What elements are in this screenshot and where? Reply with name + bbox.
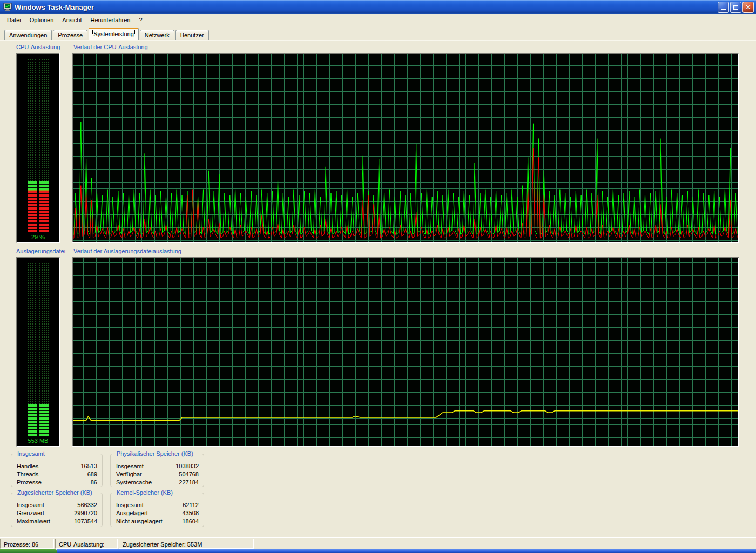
cpu-led-column: [39, 58, 49, 232]
pagefile-gauge-label: Auslagerungsdatei: [16, 248, 65, 254]
status-bar: Prozesse: 86 CPU-Auslastung: 29% Zugesic…: [0, 537, 756, 549]
stat-value: 2990720: [74, 509, 97, 517]
stat-row: Handles16513: [17, 462, 97, 470]
physical-memory-groupbox: Physikalischer Speicher (KB) Insgesamt10…: [110, 454, 204, 487]
pagefile-lit-segment: [28, 404, 37, 436]
stat-label: Maximalwert: [17, 517, 50, 525]
close-icon: ✕: [745, 4, 751, 11]
menu-bar: DateiOptionenAnsichtHerunterfahren?: [0, 14, 756, 26]
kernel-memory-title: Kernel-Speicher (KB): [115, 489, 174, 496]
tab-page-border: [0, 40, 756, 41]
pagefile-history-graph: [72, 257, 739, 447]
cpu-kernel-lit-segment: [28, 190, 37, 232]
status-commit-charge: Zugesicherter Speicher: 553M: [119, 539, 254, 549]
cpu-history-graph: [72, 53, 739, 243]
close-button[interactable]: ✕: [742, 2, 754, 13]
stat-value: 1073544: [74, 517, 97, 525]
stat-value: 62112: [183, 501, 199, 509]
menu-?[interactable]: ?: [135, 16, 146, 24]
stat-label: Prozesse: [17, 478, 42, 487]
stat-value: 86: [91, 478, 97, 487]
pagefile-usage-gauge: 553 MB: [16, 257, 60, 447]
stat-value: 566332: [77, 501, 97, 509]
pagefile-usage-value: 553 MB: [28, 437, 49, 446]
cpu-user-lit-segment: [39, 181, 49, 190]
cpu-led-column: [28, 58, 37, 232]
pagefile-history-label: Verlauf der Auslagerungsdateiauslastung: [73, 248, 181, 254]
stat-label: Systemcache: [116, 478, 152, 487]
pagefile-led-column: [28, 262, 37, 436]
stat-row: Verfügbar504768: [116, 470, 199, 478]
tab-label: Prozesse: [58, 32, 83, 38]
stat-value: 18604: [182, 517, 199, 525]
cpu-kernel-lit-segment: [39, 190, 49, 232]
totals-groupbox: Insgesamt Handles16513Threads689Prozesse…: [11, 454, 103, 487]
taskbar-strip: [57, 549, 756, 553]
tab-prozesse[interactable]: Prozesse: [53, 30, 87, 40]
taskbar-edge: [0, 549, 756, 553]
stat-label: Ausgelagert: [116, 509, 148, 517]
stat-value: 1038832: [176, 462, 199, 470]
stat-value: 43508: [182, 509, 199, 517]
stat-label: Verfügbar: [116, 470, 142, 478]
title-bar: Windows Task-Manager ✕: [0, 0, 756, 14]
physical-memory-title: Physikalischer Speicher (KB): [115, 450, 195, 457]
cpu-gauge-label: CPU-Auslastung: [16, 44, 60, 50]
pagefile-led-column: [39, 262, 49, 436]
status-cpu-usage: CPU-Auslastung: 29%: [55, 539, 118, 549]
stat-label: Handles: [17, 462, 38, 470]
stat-label: Nicht ausgelagert: [116, 517, 163, 525]
menu-optionen[interactable]: Optionen: [26, 16, 58, 24]
stat-row: Insgesamt62112: [116, 501, 199, 509]
minimize-button[interactable]: [718, 2, 729, 13]
stat-label: Threads: [17, 470, 38, 478]
stat-label: Insgesamt: [116, 501, 144, 509]
stat-value: 689: [87, 470, 97, 478]
stat-row: Systemcache227184: [116, 478, 199, 487]
stat-row: Prozesse86: [17, 478, 97, 487]
tab-strip: AnwendungenProzesseSystemleistungNetzwer…: [0, 28, 756, 40]
cpu-history-label: Verlauf der CPU-Auslastung: [73, 44, 148, 50]
stat-label: Grenzwert: [17, 509, 44, 517]
cpu-user-lit-segment: [28, 181, 37, 190]
stat-row: Threads689: [17, 470, 97, 478]
tab-label: Benutzer: [180, 32, 204, 38]
start-button-edge[interactable]: [0, 549, 57, 553]
tab-label: Systemleistung: [93, 31, 134, 37]
stat-value: 227184: [179, 478, 199, 487]
pagefile-lit-segment: [39, 404, 49, 436]
restore-icon: [733, 5, 738, 10]
tab-benutzer[interactable]: Benutzer: [176, 30, 209, 40]
tab-label: Netzwerk: [145, 32, 170, 38]
menu-datei[interactable]: Datei: [3, 16, 25, 24]
window-title: Windows Task-Manager: [15, 3, 718, 11]
stat-row: Nicht ausgelagert18604: [116, 517, 199, 525]
stat-row: Insgesamt1038832: [116, 462, 199, 470]
app-icon: [3, 3, 12, 11]
pagefile-history-chart: [73, 258, 738, 446]
stat-row: Ausgelagert43508: [116, 509, 199, 517]
commit-charge-title: Zugesicherter Speicher (KB): [16, 489, 94, 496]
menu-herunterfahren[interactable]: Herunterfahren: [86, 16, 134, 24]
stat-row: Insgesamt566332: [17, 501, 97, 509]
stat-row: Grenzwert2990720: [17, 509, 97, 517]
menu-ansicht[interactable]: Ansicht: [58, 16, 85, 24]
stat-row: Maximalwert1073544: [17, 517, 97, 525]
stat-label: Insgesamt: [116, 462, 144, 470]
tab-anwendungen[interactable]: Anwendungen: [4, 30, 52, 40]
restore-button[interactable]: [730, 2, 741, 13]
totals-title: Insgesamt: [16, 450, 46, 457]
cpu-history-chart: [73, 54, 738, 242]
tab-netzwerk[interactable]: Netzwerk: [140, 30, 174, 40]
stat-label: Insgesamt: [17, 501, 44, 509]
stat-value: 16513: [80, 462, 97, 470]
tab-systemleistung[interactable]: Systemleistung: [89, 28, 139, 40]
cpu-usage-gauge: 29 %: [16, 53, 60, 243]
status-processes: Prozesse: 86: [0, 539, 54, 549]
commit-charge-groupbox: Zugesicherter Speicher (KB) Insgesamt566…: [11, 493, 103, 527]
cpu-usage-value: 29 %: [31, 233, 45, 242]
kernel-memory-groupbox: Kernel-Speicher (KB) Insgesamt62112Ausge…: [110, 493, 204, 527]
tab-label: Anwendungen: [9, 32, 47, 38]
stat-value: 504768: [179, 470, 199, 478]
minimize-icon: [721, 9, 726, 10]
